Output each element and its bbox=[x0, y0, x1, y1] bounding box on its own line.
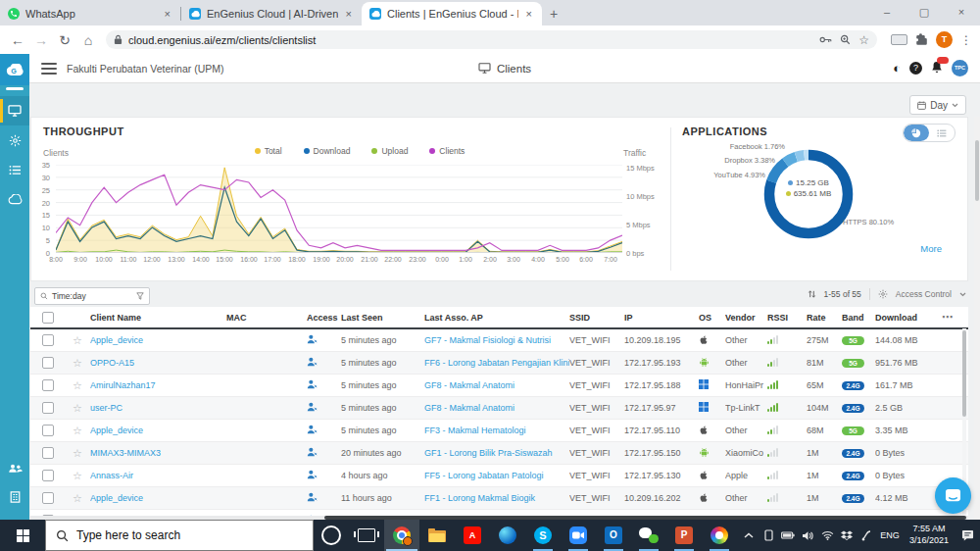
access-user-icon[interactable] bbox=[307, 425, 318, 434]
table-row[interactable]: ☆ Apple_device 5 minutes ago FF3 - Makma… bbox=[30, 420, 968, 442]
favorite-star-icon[interactable]: ☆ bbox=[73, 357, 82, 369]
row-checkbox[interactable] bbox=[30, 379, 67, 391]
column-header[interactable]: Client Name bbox=[90, 313, 226, 323]
column-header[interactable]: Last Seen bbox=[341, 313, 424, 323]
favorite-star-icon[interactable]: ☆ bbox=[73, 447, 82, 459]
address-bar[interactable]: cloud.engenius.ai/ezm/clients/clientslis… bbox=[106, 30, 877, 49]
extension-badge[interactable] bbox=[891, 34, 907, 45]
favorite-star-icon[interactable]: ☆ bbox=[73, 334, 82, 346]
access-user-icon[interactable] bbox=[307, 470, 318, 479]
last-asso-ap-link[interactable]: GF8 - Makmal Anatomi bbox=[424, 403, 569, 413]
columns-menu-icon[interactable]: ⋯ bbox=[942, 311, 968, 324]
org-name[interactable]: Fakulti Perubatan Veterinar (UPM) bbox=[67, 63, 223, 75]
column-header[interactable]: MAC bbox=[226, 313, 307, 323]
column-header[interactable]: Download bbox=[875, 313, 942, 323]
column-header[interactable]: Band bbox=[842, 313, 875, 323]
maximize-button[interactable]: ▢ bbox=[906, 0, 943, 25]
minimize-button[interactable]: – bbox=[868, 0, 906, 25]
column-header[interactable]: Rate bbox=[807, 313, 842, 323]
sidebar-item-building[interactable] bbox=[0, 482, 29, 512]
taskbar-edge[interactable] bbox=[490, 520, 525, 551]
access-user-icon[interactable] bbox=[307, 379, 318, 389]
home-icon[interactable]: ⌂ bbox=[76, 32, 100, 48]
dark-mode-icon[interactable]: ◐ bbox=[893, 62, 901, 75]
table-row[interactable]: ☆ OPPO-A15 5 minutes ago FF6 - Lorong Ja… bbox=[30, 352, 968, 375]
table-row[interactable]: ☆ Apple_device 5 minutes ago GF7 - Makma… bbox=[30, 329, 968, 352]
hamburger-menu-icon[interactable] bbox=[41, 60, 57, 77]
user-avatar[interactable]: TPC bbox=[952, 60, 968, 76]
refresh-icon[interactable]: ↻ bbox=[53, 32, 76, 48]
client-name-link[interactable]: MIMAX3-MIMAX3 bbox=[90, 448, 226, 458]
phone-icon[interactable] bbox=[759, 529, 778, 541]
page-scrollbar[interactable] bbox=[974, 117, 980, 520]
column-header[interactable]: Access bbox=[307, 313, 341, 323]
dropbox-icon[interactable] bbox=[837, 530, 857, 541]
sort-icon[interactable] bbox=[808, 289, 816, 299]
favorite-star-icon[interactable]: ☆ bbox=[73, 379, 82, 391]
access-user-icon[interactable] bbox=[307, 402, 318, 412]
column-header[interactable]: Vendor bbox=[725, 313, 767, 323]
last-asso-ap-link[interactable]: FF1 - Lorong Makmal Biogik bbox=[424, 493, 569, 503]
taskbar-skype[interactable]: S bbox=[525, 520, 561, 551]
taskbar-powerpoint[interactable]: P bbox=[666, 520, 702, 551]
list-icon[interactable] bbox=[929, 125, 955, 141]
taskbar-chrome[interactable] bbox=[384, 520, 419, 551]
legend-item-download[interactable]: Download bbox=[304, 146, 351, 156]
column-header[interactable]: OS bbox=[699, 313, 725, 323]
taskbar-search[interactable]: Type here to search bbox=[45, 520, 314, 551]
last-asso-ap-link[interactable]: FF5 - Lorong Jabatan Patologi bbox=[424, 471, 569, 480]
access-user-icon[interactable] bbox=[307, 357, 318, 367]
period-selector[interactable]: Day bbox=[909, 95, 966, 115]
engenius-logo[interactable]: G bbox=[0, 54, 29, 85]
access-user-icon[interactable] bbox=[307, 492, 318, 502]
row-checkbox[interactable] bbox=[30, 357, 67, 369]
sidebar-item-team[interactable] bbox=[0, 453, 29, 482]
last-asso-ap-link[interactable]: GF7 - Makmal Fisiologi & Nutrisi bbox=[424, 335, 569, 345]
applications-view-toggle[interactable] bbox=[903, 124, 956, 142]
select-all-checkbox[interactable] bbox=[30, 312, 67, 324]
tab-clients-active[interactable]: Clients | EnGenius Cloud - Fakulti × bbox=[362, 2, 542, 25]
taskbar-outlook[interactable]: O bbox=[596, 520, 631, 551]
table-row[interactable]: ☆ Annass-Air 4 hours ago FF5 - Lorong Ja… bbox=[30, 465, 968, 487]
favorite-star-icon[interactable]: ☆ bbox=[73, 470, 82, 481]
row-checkbox[interactable] bbox=[30, 425, 67, 436]
client-name-link[interactable]: user-PC bbox=[90, 403, 226, 413]
table-row[interactable]: ☆ MIMAX3-MIMAX3 20 minutes ago GF1 - Lor… bbox=[30, 442, 968, 465]
client-name-link[interactable]: Apple_device bbox=[90, 426, 226, 435]
last-asso-ap-link[interactable]: FF6 - Lorong Jabatan Pengajian Klinikal bbox=[424, 358, 569, 368]
legend-item-clients[interactable]: Clients bbox=[429, 146, 465, 156]
volume-icon[interactable] bbox=[798, 530, 817, 541]
taskbar-acrobat[interactable]: A bbox=[455, 520, 490, 551]
zoom-icon[interactable] bbox=[840, 34, 851, 45]
notifications-bell-icon[interactable] bbox=[931, 60, 943, 77]
pie-chart-icon[interactable] bbox=[904, 125, 929, 141]
notifications-icon[interactable] bbox=[955, 529, 980, 541]
tab-close-icon[interactable]: × bbox=[163, 8, 172, 20]
column-header[interactable]: IP bbox=[624, 313, 699, 323]
battery-icon[interactable] bbox=[778, 531, 798, 539]
start-button[interactable] bbox=[0, 520, 45, 551]
client-name-link[interactable]: Annass-Air bbox=[90, 471, 226, 480]
pen-icon[interactable] bbox=[857, 530, 876, 541]
sidebar-item-reports[interactable] bbox=[0, 155, 29, 184]
more-link[interactable]: More bbox=[920, 243, 942, 254]
column-header[interactable]: SSID bbox=[569, 313, 624, 323]
taskbar-paint3d[interactable] bbox=[702, 520, 737, 551]
taskbar-wechat[interactable] bbox=[631, 520, 666, 551]
client-name-link[interactable]: AmirulNazhan17 bbox=[90, 380, 226, 390]
tab-engenius-home[interactable]: EnGenius Cloud | AI-Driven Smar × bbox=[181, 2, 362, 25]
bookmark-star-icon[interactable]: ☆ bbox=[858, 35, 869, 45]
row-checkbox[interactable] bbox=[30, 447, 67, 459]
taskbar-file-explorer[interactable] bbox=[419, 520, 455, 551]
favorite-star-icon[interactable]: ☆ bbox=[73, 425, 82, 436]
forward-icon[interactable]: → bbox=[29, 32, 53, 48]
tab-close-icon[interactable]: × bbox=[524, 8, 534, 20]
cortana-button[interactable] bbox=[314, 520, 349, 551]
access-user-icon[interactable] bbox=[307, 334, 318, 344]
client-name-link[interactable]: OPPO-A15 bbox=[90, 358, 226, 368]
close-button[interactable]: × bbox=[943, 0, 980, 25]
language-indicator[interactable]: ENG bbox=[876, 530, 904, 540]
access-user-icon[interactable] bbox=[307, 447, 318, 457]
last-asso-ap-link[interactable]: GF8 - Makmal Anatomi bbox=[424, 380, 569, 390]
chevron-up-icon[interactable] bbox=[739, 532, 759, 538]
